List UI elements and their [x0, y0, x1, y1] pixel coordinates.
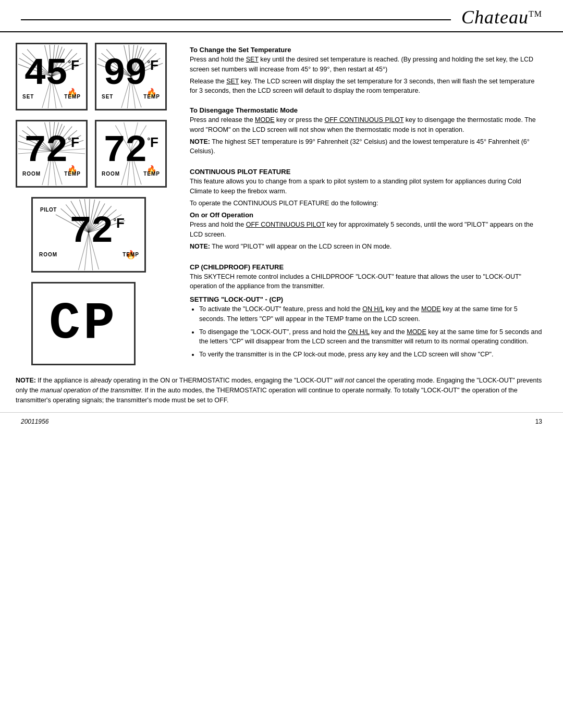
lcd-displays-column: 45 ° F 🔥 SET TEMP: [16, 43, 177, 365]
continuous-pilot-note: NOTE: The word "PILOT" will appear on th…: [190, 242, 542, 252]
lcd-label-set-99-right: TEMP: [143, 94, 160, 100]
disengage-thermo-heading: To Disengage Thermostatic Mode: [190, 106, 542, 114]
continuous-pilot-heading: CONTINUOUS PILOT FEATURE: [190, 168, 542, 176]
lcd-label-set-99-left: SET: [102, 94, 113, 100]
lcd-label-room-72b-right: TEMP: [143, 171, 160, 177]
lcd-display-cp: CP: [31, 282, 136, 365]
footer: 20011956 13: [0, 412, 563, 433]
mode-key-ref-1: MODE: [255, 116, 275, 124]
lcd-f-72b: F: [150, 134, 158, 151]
page: ChateauTM: [0, 0, 563, 433]
lockout-bullets: To activate the "LOCK-OUT" feature, pres…: [199, 304, 542, 360]
section-change-set-temp: To Change the Set Temperature Press and …: [190, 43, 542, 98]
lcd-labels-99: SET TEMP: [102, 94, 160, 100]
continuous-pilot-para1: This feature allows you to change from a…: [190, 177, 542, 196]
lcd-number-99: 99: [103, 55, 146, 93]
lcd-display-72-room-a: 72 ° F 🔥 ROOM TEMP: [16, 120, 88, 188]
trademark: TM: [529, 9, 542, 18]
section-disengage-thermo: To Disengage Thermostatic Mode Press and…: [190, 103, 542, 158]
mode-key-ref-2: MODE: [421, 305, 441, 313]
lcd-label-room-72a-left: ROOM: [22, 171, 41, 177]
lcd-row-room-temp: 72 ° F 🔥 ROOM TEMP: [16, 120, 177, 188]
bottom-note: NOTE: If the appliance is already operat…: [0, 376, 563, 412]
lcd-label-room-72a-right: TEMP: [64, 171, 81, 177]
lcd-display-99-set-temp: 99 ° F 🔥 SET TEMP: [95, 43, 167, 110]
childproof-para: This SKYTECH remote control includes a C…: [190, 272, 542, 292]
doc-number: 20011956: [21, 418, 48, 425]
lcd-display-45-set-temp: 45 ° F 🔥 SET TEMP: [16, 43, 88, 110]
lcd-labels-72a: ROOM TEMP: [22, 171, 81, 177]
section-continuous-pilot: CONTINUOUS PILOT FEATURE This feature al…: [190, 164, 542, 254]
on-off-operation-heading: On or Off Operation: [190, 211, 542, 219]
lockout-bullet-3: To verify the transmitter is in the CP l…: [199, 350, 542, 360]
lcd-label-room-72b-left: ROOM: [102, 171, 120, 177]
header: ChateauTM: [0, 0, 563, 32]
main-content: 45 ° F 🔥 SET TEMP: [0, 32, 563, 376]
change-set-temp-para1: Press and hold the SET key until the des…: [190, 55, 542, 75]
lockout-bullet-1: To activate the "LOCK-OUT" feature, pres…: [199, 304, 542, 324]
childproof-heading: CP (CHILDPROOF) FEATURE: [190, 263, 542, 271]
lcd-labels-pilot: ROOM TEMP: [39, 252, 139, 257]
lcd-row-set-temp: 45 ° F 🔥 SET TEMP: [16, 43, 177, 110]
lcd-cp-text: CP: [49, 298, 118, 350]
section-childproof: CP (CHILDPROOF) FEATURE This SKYTECH rem…: [190, 259, 542, 363]
mode-key-ref-3: MODE: [407, 328, 426, 336]
lcd-label-set-45-left: SET: [22, 94, 34, 100]
on-hl-ref-2: ON H/L: [348, 328, 369, 336]
continuous-pilot-para2: To operate the CONTINUOUS PILOT FEATURE …: [190, 199, 542, 208]
lcd-f-72a: F: [71, 134, 79, 151]
set-key-ref-2: SET: [226, 78, 239, 85]
lcd-row-cp: CP: [16, 282, 177, 365]
lcd-label-set-45-right: TEMP: [64, 94, 81, 100]
lcd-number-pilot: 72: [69, 213, 112, 251]
off-continuous-ref-2: OFF CONTINUOUS PILOT: [246, 221, 325, 228]
lockout-heading: SETTING "LOCK-OUT" - (CP): [190, 295, 542, 303]
bottom-note-text: NOTE: If the appliance is already operat…: [16, 376, 542, 405]
lcd-label-pilot-left: ROOM: [39, 252, 57, 257]
text-content-column: To Change the Set Temperature Press and …: [190, 43, 542, 365]
change-set-temp-para2: Release the SET key. The LCD screen will…: [190, 77, 542, 96]
disengage-thermo-para: Press and release the MODE key or press …: [190, 115, 542, 135]
lcd-number-72b: 72: [103, 132, 146, 170]
lcd-display-pilot-72: PILOT 72 ° F 🔥 ROOM TEMP: [31, 197, 146, 273]
lcd-f-99: F: [150, 57, 158, 73]
disengage-thermo-note: NOTE: The highest SET temperature is 99°…: [190, 137, 542, 157]
lcd-labels-72b: ROOM TEMP: [102, 171, 160, 177]
pilot-label: PILOT: [40, 207, 57, 213]
lcd-number-72a: 72: [24, 132, 67, 170]
header-title: ChateauTM: [461, 6, 542, 28]
lcd-labels-45: SET TEMP: [22, 94, 81, 100]
lcd-f-pilot: F: [116, 215, 125, 231]
lockout-bullet-2: To disengage the "LOCK-OUT", press and h…: [199, 327, 542, 347]
lcd-row-pilot: PILOT 72 ° F 🔥 ROOM TEMP: [16, 197, 177, 273]
on-off-para: Press and hold the OFF CONTINUOUS PILOT …: [190, 220, 542, 240]
change-set-temp-heading: To Change the Set Temperature: [190, 46, 542, 54]
lcd-number-45: 45: [24, 55, 67, 93]
page-number: 13: [535, 418, 542, 425]
off-continuous-ref-1: OFF CONTINUOUS PILOT: [324, 116, 403, 124]
brand-name: Chateau: [461, 7, 529, 28]
lcd-label-pilot-right: TEMP: [123, 252, 139, 257]
set-key-ref-1: SET: [246, 56, 259, 63]
on-hl-ref-1: ON H/L: [362, 305, 384, 313]
lcd-display-72-room-b: 72 ° F 🔥 ROOM TEMP: [95, 120, 167, 188]
lcd-f-45: F: [71, 57, 79, 73]
